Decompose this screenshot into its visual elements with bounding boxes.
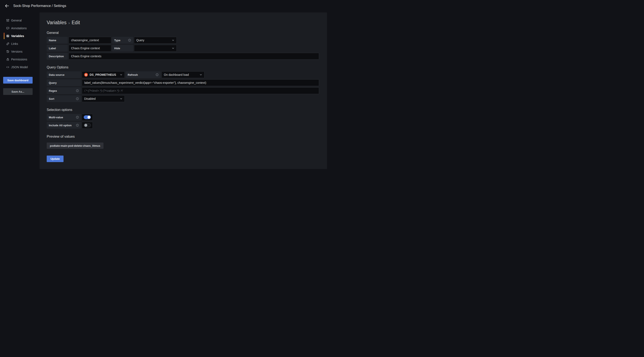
query-input[interactable] <box>82 79 319 86</box>
multi-value-field-label: Multi-value <box>47 114 81 121</box>
sidebar-item-label: Links <box>11 42 18 46</box>
selection-options-heading: Selection options <box>47 108 319 112</box>
sidebar-item-links[interactable]: Links <box>0 40 40 48</box>
sidebar-item-variables[interactable]: Variables <box>0 32 40 40</box>
sliders-icon <box>6 19 10 22</box>
hide-field-label: Hide <box>112 45 133 52</box>
general-section-heading: General <box>47 31 319 35</box>
update-button[interactable]: Update <box>47 156 64 162</box>
info-icon[interactable] <box>76 124 79 127</box>
sort-row: Sort Disabled <box>47 95 319 102</box>
description-field-label: Description <box>47 53 68 60</box>
refresh-field-label: Refresh <box>126 71 161 78</box>
arrow-left-icon <box>5 4 9 8</box>
settings-sidebar: General Annotations Variables Links <box>0 12 40 95</box>
breadcrumb-section-link[interactable]: Variables <box>47 20 66 26</box>
calculator-icon <box>6 34 10 38</box>
info-icon[interactable] <box>76 116 79 119</box>
label-hide-row: Label Hide <box>47 45 319 52</box>
sort-select[interactable]: Disabled <box>82 95 125 102</box>
name-type-row: Name Type Query <box>47 37 319 44</box>
sidebar-item-label: Versions <box>11 50 22 53</box>
chevron-down-icon <box>200 74 202 76</box>
label-input[interactable] <box>68 45 111 52</box>
datasource-field-label: Data source <box>47 71 81 78</box>
include-all-toggle[interactable] <box>82 122 93 129</box>
regex-field-label: Regex <box>47 87 81 94</box>
sidebar-item-label: Variables <box>11 34 24 38</box>
breadcrumb-separator: › <box>68 20 70 25</box>
hide-select[interactable] <box>134 45 177 52</box>
multi-value-row: Multi-value <box>47 114 319 121</box>
include-all-row: Include All option <box>47 122 319 129</box>
back-button[interactable] <box>3 2 10 10</box>
name-input[interactable] <box>68 37 111 44</box>
lock-icon <box>6 58 10 61</box>
sidebar-item-versions[interactable]: Versions <box>0 48 40 55</box>
query-field-label: Query <box>47 79 81 86</box>
description-row: Description <box>47 53 319 60</box>
sidebar-item-annotations[interactable]: Annotations <box>0 24 40 32</box>
breadcrumb: Variables › Edit <box>47 20 319 26</box>
chevron-down-icon <box>172 47 174 50</box>
preview-heading: Preview of values <box>47 135 319 139</box>
label-field-label: Label <box>47 45 68 52</box>
history-icon <box>6 50 10 53</box>
sidebar-actions: Save dashboard Save As... <box>3 77 32 95</box>
top-navbar: Sock-Shop Performance / Settings <box>0 0 330 12</box>
prometheus-icon <box>84 73 88 77</box>
sidebar-item-permissions[interactable]: Permissions <box>0 55 40 63</box>
page-title: Sock-Shop Performance / Settings <box>13 4 66 8</box>
description-input[interactable] <box>68 53 319 60</box>
info-icon[interactable] <box>128 39 131 42</box>
query-options-heading: Query Options <box>47 66 319 69</box>
info-icon[interactable] <box>76 97 79 100</box>
datasource-refresh-row: Data source DS_PROMETHEUS Refresh <box>47 71 319 78</box>
refresh-select[interactable]: On dashboard load <box>162 71 204 78</box>
query-row: Query <box>47 79 319 86</box>
regex-row: Regex <box>47 87 319 94</box>
regex-input[interactable] <box>82 87 319 94</box>
include-all-field-label: Include All option <box>47 122 81 129</box>
save-as-button[interactable]: Save As... <box>3 88 32 95</box>
variables-edit-panel: Variables › Edit General Name Type Q <box>40 13 327 169</box>
code-icon <box>6 65 10 69</box>
preview-value-chip: podtato-main-pod-delete-chaos_litmus <box>47 143 104 149</box>
sidebar-item-label: General <box>11 19 22 22</box>
sidebar-item-label: JSON Model <box>11 66 28 69</box>
sidebar-item-json-model[interactable]: JSON Model <box>0 63 40 71</box>
sort-field-label: Sort <box>47 95 81 102</box>
chevron-down-icon <box>172 39 174 42</box>
chevron-down-icon <box>120 74 122 76</box>
comment-icon <box>6 26 10 30</box>
type-field-label: Type <box>112 37 133 44</box>
sidebar-item-general[interactable]: General <box>0 17 40 24</box>
multi-value-toggle[interactable] <box>82 114 93 121</box>
datasource-select[interactable]: DS_PROMETHEUS <box>82 71 125 78</box>
sidebar-item-label: Annotations <box>11 27 27 30</box>
link-icon <box>6 42 10 46</box>
type-select[interactable]: Query <box>134 37 177 44</box>
grafana-settings-page: Sock-Shop Performance / Settings General… <box>0 0 330 183</box>
info-icon[interactable] <box>76 89 79 92</box>
chevron-down-icon <box>120 98 122 100</box>
sidebar-item-label: Permissions <box>11 58 27 61</box>
info-icon[interactable] <box>156 73 158 76</box>
breadcrumb-page: Edit <box>72 20 80 26</box>
name-field-label: Name <box>47 37 68 44</box>
save-dashboard-button[interactable]: Save dashboard <box>3 77 32 84</box>
preview-values: podtato-main-pod-delete-chaos_litmus <box>47 141 319 149</box>
